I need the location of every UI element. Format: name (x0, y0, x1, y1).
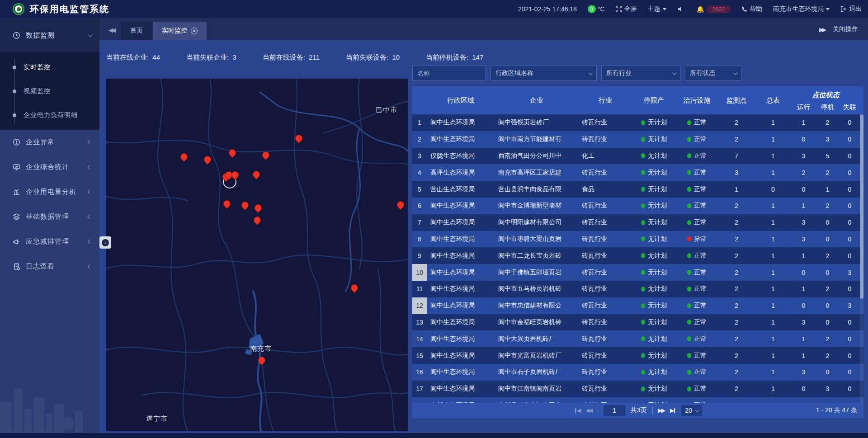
first-page-button[interactable]: ◀ (574, 407, 580, 414)
status-filter-select[interactable]: 所有状态 (685, 66, 741, 81)
cell-region: 阆中生态环境局 (427, 281, 495, 297)
table-row[interactable]: 14阆中生态环境局阆中大兴页岩机砖厂砖瓦行业无计划正常21120 (412, 330, 863, 347)
name-filter-input[interactable] (417, 70, 481, 77)
sidebar-item-label: 应急减排管理 (26, 237, 69, 246)
tab-实时监控[interactable]: 实时监控✕ (153, 22, 207, 40)
industry-filter-select[interactable]: 所有行业 (601, 66, 680, 81)
cell-region: 仪陇生态环境局 (427, 148, 495, 165)
map-panel[interactable]: 巴中市南充市遂宁市 ‹ (106, 79, 408, 431)
name-filter-field[interactable] (412, 66, 486, 81)
cell-lost: 0 (840, 314, 860, 331)
cell-running: 0 (792, 381, 816, 397)
cell-running: 0 (792, 131, 816, 148)
region-filter-select[interactable]: 行政区域名称 (491, 66, 597, 81)
table-row[interactable]: 9阆中生态环境局阆中市二龙长宝页岩砖砖瓦行业无计划正常21120 (412, 247, 863, 264)
theme-dropdown[interactable]: 主题 (648, 5, 666, 13)
help-button[interactable]: 帮助 (741, 5, 762, 13)
bullet-dot-icon (13, 89, 16, 93)
cell-company: 阆中大兴页岩机砖厂 (495, 330, 578, 347)
close-operations-button[interactable]: ▶▶ 关闭操作 (819, 25, 868, 40)
table-row[interactable]: 1阆中生态环境局阆中强锐页岩砖厂砖瓦行业无计划正常21120 (412, 114, 863, 131)
notifications[interactable]: 🔔 2632 (697, 5, 731, 13)
stat-item: 当前停机设备: 147 (426, 53, 483, 62)
cell-monitor-points: 2 (718, 231, 755, 248)
sidebar-subitem-企业电力负荷明细[interactable]: 企业电力负荷明细 (0, 103, 99, 127)
cell-monitor-points: 2 (718, 330, 755, 347)
table-row[interactable]: 13阆中生态环境局阆中市金福旺页岩机砖砖瓦行业无计划正常21300 (412, 314, 863, 331)
cell-running: 0 (792, 264, 816, 281)
table-row[interactable]: 16阆中生态环境局阆中市石子页岩机砖厂砖瓦行业无计划正常21300 (412, 364, 863, 381)
cell-facility-status: 正常 (675, 297, 718, 314)
cell-lost: 3 (840, 264, 860, 281)
page-number-input[interactable] (604, 405, 625, 416)
table-row[interactable]: 15阆中生态环境局阆中市光富页岩机砖厂砖瓦行业无计划正常21120 (412, 347, 863, 364)
table-row[interactable]: 8阆中生态环境局阆中市枣碧大梁山页岩砖瓦行业无计划异常21300 (412, 231, 863, 248)
cell-running: 3 (792, 314, 816, 331)
table-row[interactable]: 12阆中生态环境局阆中市忠信建材有限公砖瓦行业无计划正常21003 (412, 297, 863, 314)
tabs-scroll-left-button[interactable]: ◀◀ (99, 27, 121, 40)
cell-region: 阆中生态环境局 (427, 314, 495, 331)
table-row[interactable]: 11阆中生态环境局阆中市五马桥页岩机砖砖瓦行业无计划正常21120 (412, 281, 863, 297)
cell-running: 1 (792, 347, 816, 364)
tab-close-icon[interactable]: ✕ (191, 28, 198, 34)
divider (652, 407, 653, 414)
cell-stopped: 3 (816, 131, 840, 148)
table-row[interactable]: 5营山生态环境局营山县润丰肉食品有限食品无计划正常10010 (412, 181, 863, 198)
tab-bar: ◀◀ 首页实时监控✕ ▶▶ 关闭操作 (99, 18, 868, 40)
cell-company: 西南油气田分公司川中 (495, 148, 578, 165)
last-page-button[interactable]: ▶ (670, 407, 676, 414)
table-row[interactable]: 2阆中生态环境局阆中市南方节能建材有砖瓦行业无计划正常21030 (412, 131, 863, 148)
cell-stopped: 1 (816, 181, 840, 198)
map-collapse-handle[interactable]: ‹ (99, 236, 111, 249)
scrollbar-thumb[interactable] (860, 114, 863, 299)
cell-running: 2 (792, 164, 816, 181)
cell-running: 3 (792, 214, 816, 231)
alert-circle-icon (13, 138, 20, 146)
cell-stop-status: 无计划 (632, 214, 675, 231)
table-row[interactable]: 18南部生态环境局南部县砖化小河有限公建材加工无计划正常60050 (412, 397, 863, 403)
sidebar-item-企业综合统计[interactable]: 企业综合统计 (0, 155, 99, 179)
stat-label: 当前在线企业: (106, 53, 151, 61)
cell-lost: 0 (840, 397, 860, 403)
table-row[interactable]: 4高坪生态环境局南充市高坪区王家店建砖瓦行业无计划正常31220 (412, 164, 863, 181)
sidebar-item-应急减排管理[interactable]: 应急减排管理 (0, 229, 99, 254)
cell-index: 6 (412, 198, 427, 214)
status-dot-icon (687, 203, 691, 208)
cell-stop-status: 无计划 (632, 281, 675, 297)
org-dropdown[interactable]: 南充市生态环境局 (773, 5, 830, 13)
fullscreen-button[interactable]: 全屏 (616, 5, 637, 13)
prev-page-button[interactable]: ◀◀ (585, 407, 592, 414)
table-row[interactable]: 3仪陇生态环境局西南油气田分公司川中化工无计划正常71350 (412, 148, 863, 165)
cell-stopped: 0 (816, 314, 840, 331)
table-row[interactable]: 10阆中生态环境局阆中千佛镇五郎垭页岩砖瓦行业无计划正常21003 (412, 264, 863, 281)
status-dot-icon (687, 253, 691, 258)
cell-lost: 0 (840, 148, 860, 165)
table-row[interactable]: 6阆中生态环境局阆中市金博瑞新型墙材砖瓦行业无计划正常21120 (412, 198, 863, 214)
sidebar-item-企业用电量分析[interactable]: 企业用电量分析 (0, 179, 99, 204)
sidebar-item-数据监测[interactable]: 数据监测 (0, 18, 99, 52)
stat-item: 当前失联设备: 10 (346, 53, 400, 62)
sidebar-item-基础数据管理[interactable]: 基础数据管理 (0, 204, 99, 229)
cell-monitor-points: 2 (718, 347, 755, 364)
table-row[interactable]: 17阆中生态环境局阆中市江南镇阆南页岩砖瓦行业无计划正常21030 (412, 381, 863, 397)
cell-index: 5 (412, 181, 427, 198)
column-header-停机: 停机 (816, 100, 840, 114)
cell-stopped: 3 (816, 381, 840, 397)
logout-button[interactable]: 退出 (840, 5, 862, 13)
table-row[interactable]: 7阆中生态环境局阆中明阳建材有限公司砖瓦行业无计划正常21300 (412, 214, 863, 231)
cell-industry: 砖瓦行业 (578, 297, 632, 314)
cell-lost: 0 (840, 364, 860, 381)
next-page-button[interactable]: ▶▶ (658, 407, 665, 414)
sidebar-subitem-视频监控[interactable]: 视频监控 (0, 79, 99, 103)
sound-toggle[interactable] (677, 6, 686, 12)
cell-region: 阆中生态环境局 (427, 364, 495, 381)
page-size-select[interactable]: 20 (681, 405, 702, 416)
sidebar-item-企业异常[interactable]: 企业异常 (0, 130, 99, 155)
map-canvas[interactable]: 巴中市南充市遂宁市 (106, 79, 408, 431)
tab-首页[interactable]: 首页 (121, 22, 152, 40)
sidebar-subitem-实时监控[interactable]: 实时监控 (0, 55, 99, 79)
sidebar-item-日志查看[interactable]: 日志查看 (0, 254, 99, 279)
cell-stopped: 2 (816, 114, 840, 131)
sidebar-item-label: 日志查看 (26, 262, 55, 271)
cell-industry: 砖瓦行业 (578, 114, 632, 131)
